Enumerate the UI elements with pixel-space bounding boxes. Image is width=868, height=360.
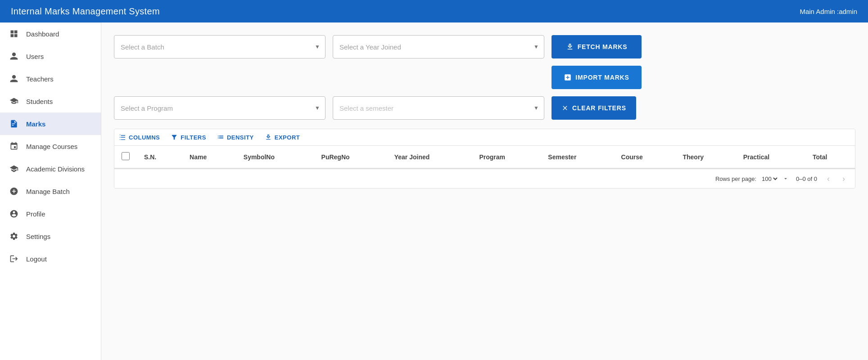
- sidebar-label-logout: Logout: [26, 255, 47, 263]
- book-icon: [9, 141, 19, 151]
- program-select-wrapper: Select a Program ▼: [114, 96, 326, 120]
- next-page-button[interactable]: ›: [840, 174, 848, 184]
- columns-icon: [119, 134, 126, 141]
- header-theory: Theory: [675, 146, 736, 168]
- header-practical: Practical: [736, 146, 805, 168]
- select-all-checkbox[interactable]: [122, 152, 130, 160]
- table-container: COLUMNS FILTERS DENSITY EXPORT: [114, 129, 855, 189]
- add-icon: [564, 73, 572, 81]
- import-marks-button[interactable]: IMPORT MARKS: [552, 66, 642, 89]
- sidebar-label-profile: Profile: [26, 210, 45, 218]
- rows-per-page-select[interactable]: 100 25 50: [760, 175, 779, 183]
- close-icon: [561, 104, 569, 112]
- user-info: Main Admin :admin: [800, 8, 857, 15]
- sidebar-item-teachers[interactable]: Teachers: [0, 68, 101, 90]
- header-puregno: PuRegNo: [314, 146, 387, 168]
- grid-icon: [9, 29, 19, 39]
- header-total: Total: [805, 146, 855, 168]
- sidebar-label-manage-batch: Manage Batch: [26, 188, 70, 195]
- sidebar-label-dashboard: Dashboard: [26, 30, 59, 38]
- header-program: Program: [472, 146, 541, 168]
- sidebar-label-manage-courses: Manage Courses: [26, 143, 77, 150]
- topbar: Internal Marks Management System Main Ad…: [0, 0, 868, 22]
- header-semester: Semester: [541, 146, 614, 168]
- semester-select[interactable]: Select a semester: [333, 96, 544, 120]
- filters-button[interactable]: FILTERS: [171, 134, 206, 141]
- settings-icon: [9, 231, 19, 241]
- year-joined-select-wrapper: Select a Year Joined ▼: [333, 35, 544, 58]
- sidebar-item-users[interactable]: Users: [0, 45, 101, 68]
- sidebar-item-manage-courses[interactable]: Manage Courses: [0, 135, 101, 158]
- sidebar-label-teachers: Teachers: [26, 75, 54, 83]
- pagination-range: 0–0 of 0: [796, 176, 817, 182]
- sidebar-item-marks[interactable]: Marks: [0, 112, 101, 135]
- graduation-icon: [9, 164, 19, 174]
- sidebar: Dashboard Users Teachers Students: [0, 22, 101, 360]
- rows-dropdown-icon: [782, 176, 789, 182]
- filter-icon: [171, 134, 178, 141]
- sidebar-item-profile[interactable]: Profile: [0, 202, 101, 225]
- year-joined-select[interactable]: Select a Year Joined: [333, 35, 544, 58]
- table-scroll[interactable]: S.N. Name SymbolNo PuRegNo Year Joined P…: [114, 146, 855, 169]
- table-footer: Rows per page: 100 25 50 0–0 of 0 ‹ ›: [114, 169, 855, 188]
- batch-select[interactable]: Select a Batch: [114, 35, 326, 58]
- profile-icon: [9, 209, 19, 219]
- sidebar-item-logout[interactable]: Logout: [0, 248, 101, 270]
- columns-button[interactable]: COLUMNS: [119, 134, 160, 141]
- main-content: Select a Batch ▼ Select a Year Joined ▼ …: [101, 22, 868, 360]
- sidebar-label-users: Users: [26, 53, 44, 60]
- rows-per-page-label: Rows per page:: [715, 176, 756, 182]
- fetch-marks-button[interactable]: FETCH MARKS: [552, 35, 642, 58]
- sidebar-label-settings: Settings: [26, 233, 50, 240]
- student-icon: [9, 96, 19, 106]
- sidebar-item-settings[interactable]: Settings: [0, 225, 101, 248]
- download-icon: [566, 43, 574, 51]
- export-button[interactable]: EXPORT: [265, 134, 300, 141]
- action-buttons: FETCH MARKS IMPORT MARKS: [552, 35, 642, 89]
- rows-per-page: Rows per page: 100 25 50: [715, 175, 789, 183]
- header-checkbox-col: [114, 146, 137, 168]
- export-icon: [265, 134, 272, 141]
- app-title: Internal Marks Management System: [11, 6, 160, 17]
- sidebar-item-students[interactable]: Students: [0, 90, 101, 112]
- sidebar-item-dashboard[interactable]: Dashboard: [0, 22, 101, 45]
- clear-filters-button[interactable]: CLEAR FILTERS: [552, 96, 636, 120]
- logout-icon: [9, 254, 19, 264]
- prev-page-button[interactable]: ‹: [824, 174, 832, 184]
- teacher-icon: [9, 74, 19, 84]
- sidebar-label-students: Students: [26, 98, 53, 105]
- sidebar-item-manage-batch[interactable]: Manage Batch: [0, 180, 101, 202]
- data-table: S.N. Name SymbolNo PuRegNo Year Joined P…: [114, 146, 855, 169]
- table-toolbar: COLUMNS FILTERS DENSITY EXPORT: [114, 129, 855, 146]
- marks-icon: [9, 119, 19, 129]
- sidebar-item-academic-divisions[interactable]: Academic Divisions: [0, 158, 101, 180]
- person-icon: [9, 51, 19, 61]
- batch-select-wrapper: Select a Batch ▼: [114, 35, 326, 58]
- table-header-row: S.N. Name SymbolNo PuRegNo Year Joined P…: [114, 146, 855, 168]
- sidebar-label-academic-divisions: Academic Divisions: [26, 165, 85, 173]
- header-year-joined: Year Joined: [387, 146, 472, 168]
- add-circle-icon: [9, 186, 19, 196]
- header-course: Course: [614, 146, 676, 168]
- sidebar-label-marks: Marks: [26, 120, 45, 128]
- header-symbolno: SymbolNo: [236, 146, 314, 168]
- density-button[interactable]: DENSITY: [217, 134, 254, 141]
- density-icon: [217, 134, 224, 141]
- header-sn: S.N.: [137, 146, 182, 168]
- semester-select-wrapper: Select a semester ▼: [333, 96, 544, 120]
- program-select[interactable]: Select a Program: [114, 96, 326, 120]
- header-name: Name: [182, 146, 236, 168]
